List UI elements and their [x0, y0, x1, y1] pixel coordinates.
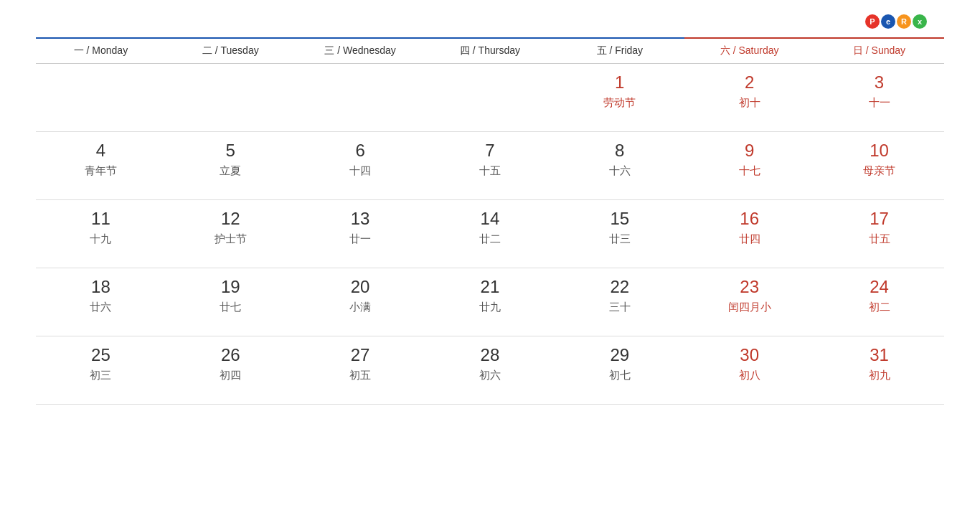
- day-lunar: 十五: [431, 164, 550, 178]
- day-number: 5: [171, 141, 290, 161]
- day-cell: 30初八: [684, 336, 814, 405]
- day-cell: [166, 64, 296, 132]
- day-cell: 14廿二: [425, 200, 555, 268]
- day-number: 17: [820, 209, 938, 230]
- day-lunar: 廿四: [690, 232, 809, 246]
- day-number: 26: [171, 345, 290, 366]
- day-lunar: 廿二: [431, 232, 550, 246]
- day-cell: 3十一: [814, 64, 944, 132]
- weekday-header-1: 二 / Tuesday: [166, 38, 296, 64]
- day-number: 7: [431, 141, 550, 161]
- day-lunar: 十四: [301, 164, 420, 178]
- day-lunar: 初五: [301, 369, 420, 382]
- day-lunar: 十一: [820, 96, 938, 110]
- weekday-header-6: 日 / Sunday: [814, 38, 944, 64]
- day-cell: 15廿三: [555, 200, 684, 268]
- day-cell: 16廿四: [684, 200, 814, 268]
- day-number: 14: [431, 209, 550, 230]
- day-cell: 2初十: [684, 64, 814, 132]
- day-number: 27: [301, 345, 420, 366]
- day-number: 13: [301, 209, 420, 230]
- day-lunar: 十七: [690, 164, 809, 178]
- day-lunar: 初三: [42, 369, 160, 382]
- day-cell: 8十六: [555, 132, 684, 200]
- week-row-3: 18廿六19廿七20小满21廿九22三十23闰四月小24初二: [36, 268, 944, 336]
- day-cell: 26初四: [166, 336, 296, 405]
- calendar-body: 1劳动节2初十3十一4青年节5立夏6十四7十五8十六9十七10母亲节11十九12…: [36, 64, 944, 405]
- day-lunar: 小满: [301, 301, 420, 314]
- day-lunar: 初六: [431, 369, 550, 382]
- day-cell: 27初五: [296, 336, 425, 405]
- logo-circle-p: P: [865, 14, 880, 29]
- logo-circle-x: x: [913, 14, 927, 29]
- day-cell: 25初三: [36, 336, 166, 405]
- weekday-row: 一 / Monday二 / Tuesday三 / Wednesday四 / Th…: [36, 38, 944, 64]
- day-lunar: 十六: [560, 164, 679, 178]
- day-number: 12: [171, 209, 290, 230]
- day-number: 10: [820, 141, 938, 161]
- week-row-4: 25初三26初四27初五28初六29初七30初八31初九: [36, 336, 944, 405]
- day-number: 25: [42, 345, 160, 366]
- day-cell: 22三十: [555, 268, 684, 336]
- week-row-2: 11十九12护士节13廿一14廿二15廿三16廿四17廿五: [36, 200, 944, 268]
- day-lunar: 廿三: [560, 232, 679, 246]
- day-cell: 21廿九: [425, 268, 555, 336]
- logo-area: P e R x: [865, 14, 944, 30]
- day-cell: 6十四: [296, 132, 425, 200]
- day-lunar: 母亲节: [820, 164, 938, 178]
- day-number: 21: [431, 277, 550, 298]
- day-lunar: 青年节: [42, 164, 160, 178]
- calendar-table: 一 / Monday二 / Tuesday三 / Wednesday四 / Th…: [36, 37, 944, 405]
- day-number: 4: [42, 141, 160, 161]
- day-lunar: 初二: [820, 301, 938, 314]
- logo-circles: P e R x: [865, 14, 927, 29]
- day-number: 15: [560, 209, 679, 230]
- day-lunar: 三十: [560, 301, 679, 314]
- day-number: 24: [820, 277, 938, 298]
- weekday-header-3: 四 / Thursday: [425, 38, 555, 64]
- day-number: 9: [690, 141, 809, 161]
- day-number: 2: [690, 72, 809, 93]
- day-lunar: 初四: [171, 369, 290, 382]
- week-row-0: 1劳动节2初十3十一: [36, 64, 944, 132]
- day-lunar: 廿六: [42, 301, 160, 314]
- day-number: 30: [690, 345, 809, 366]
- day-number: 28: [431, 345, 550, 366]
- day-cell: 24初二: [814, 268, 944, 336]
- calendar-header: 一 / Monday二 / Tuesday三 / Wednesday四 / Th…: [36, 38, 944, 64]
- logo-top: P e R x: [865, 14, 944, 29]
- day-lunar: 廿五: [820, 232, 938, 246]
- day-lunar: 廿九: [431, 301, 550, 314]
- day-cell: 31初九: [814, 336, 944, 405]
- day-cell: 17廿五: [814, 200, 944, 268]
- day-cell: 13廿一: [296, 200, 425, 268]
- day-cell: [36, 64, 166, 132]
- weekday-header-5: 六 / Saturday: [684, 38, 814, 64]
- day-cell: 1劳动节: [555, 64, 684, 132]
- day-cell: 28初六: [425, 336, 555, 405]
- day-cell: 11十九: [36, 200, 166, 268]
- weekday-header-2: 三 / Wednesday: [296, 38, 425, 64]
- weekday-header-4: 五 / Friday: [555, 38, 684, 64]
- day-number: 22: [560, 277, 679, 298]
- day-lunar: 初九: [820, 369, 938, 382]
- day-cell: 5立夏: [166, 132, 296, 200]
- day-number: 8: [560, 141, 679, 161]
- week-row-1: 4青年节5立夏6十四7十五8十六9十七10母亲节: [36, 132, 944, 200]
- page: P e R x 一 / Monday二 / Tuesday三 / Wednesd…: [0, 0, 980, 528]
- day-cell: 4青年节: [36, 132, 166, 200]
- day-cell: 10母亲节: [814, 132, 944, 200]
- day-number: 29: [560, 345, 679, 366]
- day-lunar: 闰四月小: [690, 301, 809, 314]
- day-lunar: 十九: [42, 232, 160, 246]
- day-lunar: 初七: [560, 369, 679, 382]
- day-cell: 7十五: [425, 132, 555, 200]
- logo-circle-r: R: [897, 14, 911, 29]
- day-cell: 18廿六: [36, 268, 166, 336]
- day-number: 20: [301, 277, 420, 298]
- day-cell: 12护士节: [166, 200, 296, 268]
- day-cell: [296, 64, 425, 132]
- day-number: 16: [690, 209, 809, 230]
- day-number: 3: [820, 72, 938, 93]
- header: P e R x: [36, 14, 944, 30]
